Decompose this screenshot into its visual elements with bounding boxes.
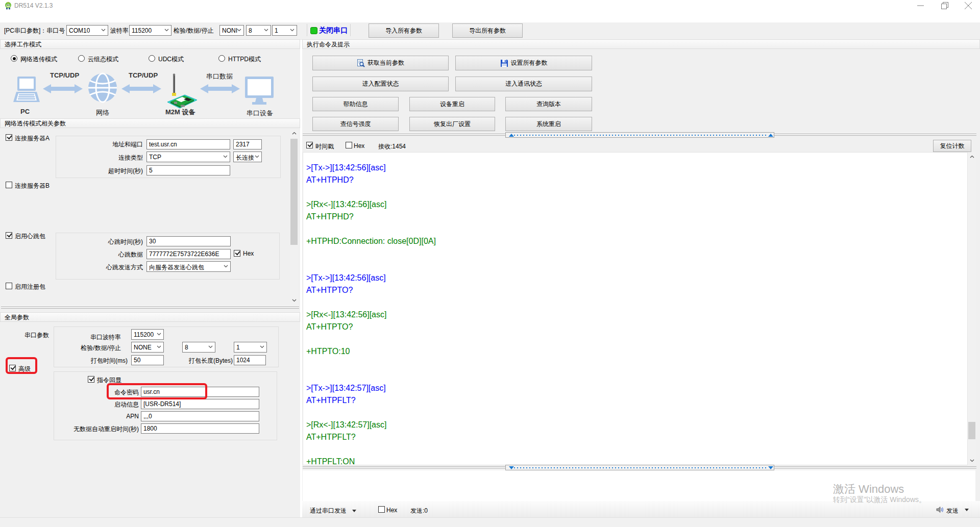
register-checkbox[interactable] [6, 283, 12, 289]
keepalive-select[interactable]: 长连接 [233, 152, 262, 162]
scroll-down-icon[interactable] [970, 459, 974, 462]
chevron-down-icon [290, 29, 294, 33]
chevron-down-icon [157, 345, 161, 349]
g-baud-label: 串口波特率 [61, 333, 121, 342]
parity-label: 检验/数据/停止 [174, 27, 214, 35]
log-line: AT+HTPTO? [306, 321, 967, 333]
splitter-thumb-icon[interactable] [509, 466, 514, 469]
scroll-up-icon[interactable] [970, 155, 974, 158]
stopbits-select[interactable]: 1 [272, 25, 297, 36]
packtime-label: 打包时间(ms) [61, 357, 128, 365]
reboot-input[interactable]: 1800 [141, 423, 259, 434]
log-line: >[Rx<-][13:42:56][asc] [306, 198, 967, 211]
reboot-device-button[interactable]: 设备重启 [409, 97, 495, 111]
factory-reset-button[interactable]: 恢复出厂设置 [409, 117, 495, 131]
splitter-thumb-icon[interactable] [768, 466, 773, 469]
heartbeat-hex-checkbox[interactable] [234, 250, 240, 257]
databits-select[interactable]: 8 [246, 25, 271, 36]
network-globe-icon [88, 70, 117, 105]
parity-select[interactable]: NONI [219, 25, 244, 36]
splitter-thumb-icon[interactable] [509, 134, 514, 137]
g-parity-select[interactable]: NONE [131, 342, 164, 353]
set-params-button[interactable]: 设置所有参数 [455, 56, 592, 70]
send-hex-checkbox[interactable] [378, 506, 385, 513]
chevron-down-icon [224, 265, 228, 269]
timestamp-checkbox[interactable] [306, 142, 313, 148]
server-addr-input[interactable]: test.usr.cn [146, 139, 230, 149]
receive-log[interactable]: >[Tx->][13:42:56][asc]AT+HTPHD?>[Rx<-][1… [303, 152, 968, 465]
radio-net-mode[interactable] [11, 55, 17, 62]
boot-input[interactable]: [USR-DR514] [141, 399, 259, 409]
activate-watermark-line1: 激活 Windows [833, 482, 904, 497]
splitter-groove [774, 466, 976, 468]
system-reboot-button[interactable]: 系统重启 [505, 117, 592, 131]
heartbeat-data-input[interactable]: 7777772E7573722E636E [146, 249, 231, 259]
heartbeat-time-input[interactable]: 30 [146, 236, 231, 246]
server-a-label: 连接服务器A [15, 134, 50, 143]
status-bar [0, 517, 980, 527]
send-via-dropdown[interactable]: 通过串口发送 [310, 507, 356, 515]
radio-httpd-mode[interactable] [218, 55, 225, 62]
left-scrollbar[interactable] [290, 129, 298, 305]
send-dropdown-arrow-icon[interactable] [965, 509, 969, 511]
log-line: >[Tx->][13:42:56][asc] [306, 272, 967, 284]
minimize-button[interactable] [912, 0, 929, 11]
enter-config-button[interactable]: 进入配置状态 [312, 77, 449, 91]
com-port-select[interactable]: COM10 [66, 25, 108, 36]
recv-hex-checkbox[interactable] [346, 142, 352, 148]
log-line [306, 296, 967, 309]
g-parity-label: 检验/数据/停止 [61, 344, 121, 353]
log-line: >[Rx<-][13:42:56][asc] [306, 309, 967, 321]
splitter-groove [303, 134, 505, 136]
g-databits-select[interactable]: 8 [182, 342, 215, 353]
timeout-input[interactable]: 5 [146, 165, 230, 175]
heartbeat-checkbox[interactable] [6, 232, 12, 239]
server-a-checkbox[interactable] [6, 134, 12, 141]
log-line [306, 333, 967, 345]
scroll-down-icon[interactable] [292, 299, 297, 302]
scrollbar-thumb[interactable] [290, 139, 298, 245]
timeout-label: 超时时间(秒) [77, 167, 143, 175]
heartbeat-hex-label: Hex [243, 250, 254, 257]
conn-type-select[interactable]: TCP [146, 152, 230, 162]
g-stopbits-select[interactable]: 1 [234, 342, 267, 353]
send-button[interactable]: 发送 [946, 507, 959, 515]
close-button[interactable] [960, 0, 977, 11]
register-label: 启用注册包 [15, 283, 45, 291]
reset-count-button[interactable]: 复位计数 [933, 140, 971, 152]
scrollbar-thumb[interactable] [968, 422, 975, 439]
echo-checkbox[interactable] [88, 376, 94, 383]
heartbeat-time-label: 心跳时间(秒) [77, 238, 143, 246]
enter-comm-button[interactable]: 进入通讯状态 [455, 77, 592, 91]
export-params-button[interactable]: 导出所有参数 [452, 23, 523, 38]
diagram-pc-label: PC [20, 108, 30, 115]
application-window: DR514 V2.1.3 文件 Language [PC串口参数]：串口号 CO… [0, 0, 980, 527]
close-port-button[interactable]: 关闭串口 [319, 26, 348, 35]
server-port-input[interactable]: 2317 [233, 139, 262, 149]
work-mode-header: 选择工作模式 [0, 39, 300, 49]
heartbeat-mode-select[interactable]: 向服务器发送心跳包 [146, 261, 231, 272]
splitter-thumb-icon[interactable] [768, 134, 773, 137]
packtime-input[interactable]: 50 [131, 355, 164, 365]
splitter-track-top[interactable] [505, 132, 774, 138]
radio-udc-mode[interactable] [149, 55, 155, 62]
help-button[interactable]: 帮助信息 [312, 97, 399, 111]
advanced-highlight-box [6, 357, 37, 374]
query-version-button[interactable]: 查询版本 [505, 97, 592, 111]
packlen-input[interactable]: 1024 [234, 355, 266, 365]
restore-button[interactable] [936, 0, 953, 11]
signal-button[interactable]: 查信号强度 [312, 117, 399, 131]
g-baud-select[interactable]: 115200 [131, 329, 164, 340]
apn-input[interactable]: ,,,0 [141, 411, 259, 421]
diagram-link1-label: TCP/UDP [50, 71, 79, 79]
scroll-up-icon[interactable] [292, 132, 297, 135]
log-scrollbar[interactable] [968, 152, 976, 465]
import-params-button[interactable]: 导入所有参数 [369, 23, 439, 38]
radio-cloud-mode[interactable] [78, 55, 85, 62]
heartbeat-mode-label: 心跳发送方式 [77, 263, 143, 272]
radio-net-mode-label: 网络透传模式 [20, 55, 57, 64]
server-b-checkbox[interactable] [6, 182, 12, 188]
baud-select[interactable]: 115200 [129, 25, 172, 36]
get-params-button[interactable]: 获取当前参数 [312, 56, 449, 70]
splitter-track-bottom[interactable] [505, 465, 774, 470]
